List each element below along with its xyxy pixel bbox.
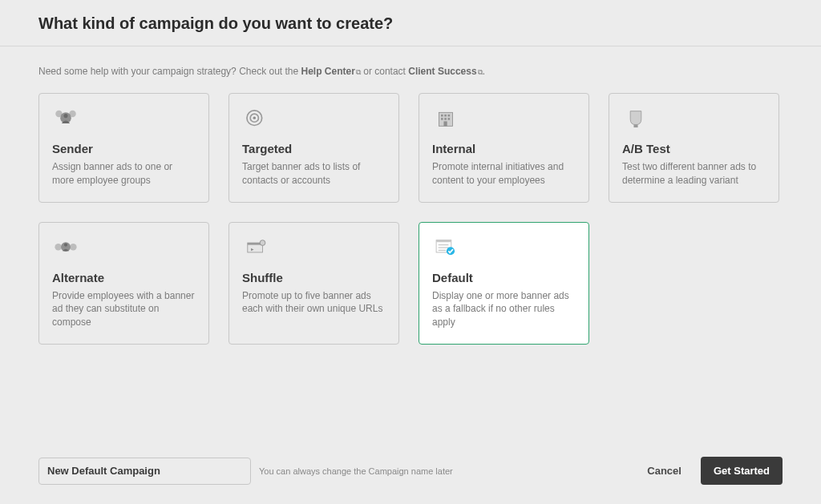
footer: You can always change the Campaign name … — [0, 442, 821, 504]
hint-suffix: . — [483, 66, 485, 77]
svg-rect-14 — [443, 121, 447, 126]
abtest-icon — [622, 107, 766, 134]
cancel-button[interactable]: Cancel — [634, 458, 694, 483]
svg-rect-13 — [448, 118, 451, 120]
svg-point-16 — [55, 243, 62, 250]
card-title: Shuffle — [242, 271, 386, 284]
hint-prefix: Need some help with your campaign strate… — [38, 66, 301, 77]
campaign-card-alternate[interactable]: Alternate Provide employees with a banne… — [38, 222, 209, 345]
campaign-card-sender[interactable]: Sender Assign banner ads to one or more … — [38, 93, 209, 203]
svg-point-23 — [260, 240, 265, 245]
help-center-link[interactable]: Help Center — [301, 66, 355, 77]
help-hint: Need some help with your campaign strate… — [38, 66, 783, 77]
alternate-icon — [52, 236, 196, 263]
main-content: Need some help with your campaign strate… — [0, 46, 821, 345]
card-title: Targeted — [242, 142, 386, 155]
header: What kind of campaign do you want to cre… — [0, 0, 821, 46]
svg-rect-9 — [444, 115, 447, 117]
card-desc: Test two different banner ads to determi… — [622, 160, 766, 187]
campaign-type-grid: Sender Assign banner ads to one or more … — [38, 93, 783, 345]
campaign-card-abtest[interactable]: A/B Test Test two different banner ads t… — [609, 93, 779, 203]
svg-point-19 — [64, 243, 67, 246]
get-started-button[interactable]: Get Started — [701, 457, 783, 485]
targeted-icon — [242, 107, 386, 134]
card-title: Default — [432, 271, 576, 284]
svg-point-6 — [253, 116, 256, 119]
name-hint: You can always change the Campaign name … — [259, 466, 453, 476]
svg-rect-12 — [444, 118, 447, 120]
default-icon — [432, 236, 576, 263]
svg-rect-10 — [448, 115, 451, 117]
svg-rect-25 — [436, 240, 451, 242]
external-link-icon: ⧉ — [356, 68, 361, 77]
svg-rect-8 — [441, 115, 443, 117]
card-desc: Provide employees with a banner ad they … — [52, 289, 196, 329]
campaign-card-targeted[interactable]: Targeted Target banner ads to lists of c… — [229, 93, 399, 203]
card-title: Internal — [432, 142, 576, 155]
card-title: Alternate — [52, 271, 196, 284]
campaign-card-default[interactable]: Default Display one or more banner ads a… — [419, 222, 589, 345]
svg-rect-15 — [633, 125, 637, 127]
campaign-card-shuffle[interactable]: Shuffle Promote up to five banner ads ea… — [229, 222, 399, 345]
card-title: A/B Test — [622, 142, 766, 155]
client-success-link[interactable]: Client Success — [408, 66, 476, 77]
card-title: Sender — [52, 142, 196, 155]
campaign-name-input[interactable] — [38, 458, 251, 485]
hint-middle: or contact — [363, 66, 408, 77]
svg-rect-11 — [441, 118, 443, 120]
internal-icon — [432, 107, 576, 134]
campaign-card-internal[interactable]: Internal Promote internal initiatives an… — [419, 93, 589, 203]
sender-icon — [52, 107, 196, 134]
shuffle-icon — [242, 236, 386, 263]
page-title: What kind of campaign do you want to cre… — [38, 14, 783, 33]
card-desc: Promote up to five banner ads each with … — [242, 289, 386, 317]
svg-point-3 — [63, 114, 67, 118]
card-desc: Display one or more banner ads as a fall… — [432, 289, 576, 329]
svg-point-17 — [70, 243, 77, 250]
card-desc: Promote internal initiatives and content… — [432, 160, 576, 187]
card-desc: Assign banner ads to one or more employe… — [52, 160, 196, 187]
card-desc: Target banner ads to lists of contacts o… — [242, 160, 386, 187]
